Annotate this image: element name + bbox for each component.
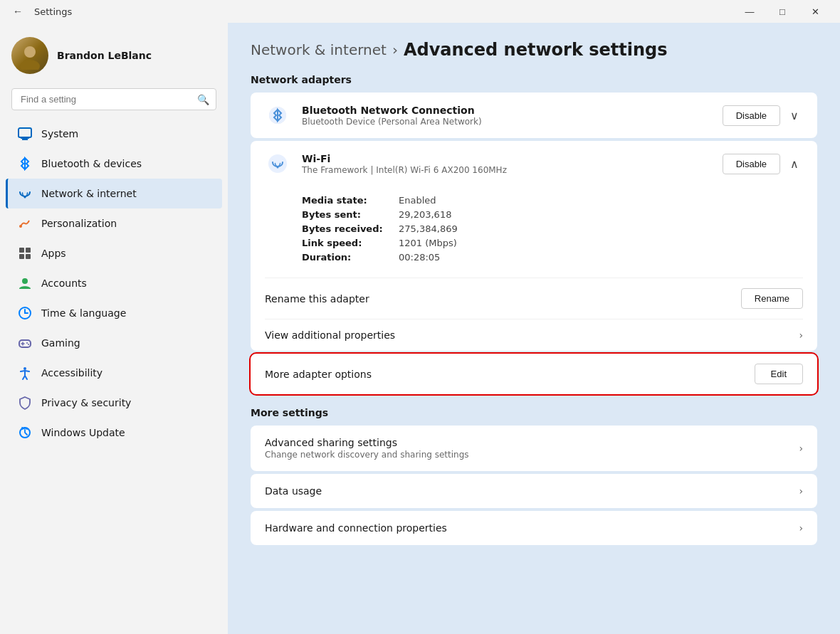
search-icon: 🔍 <box>197 94 209 105</box>
svg-rect-10 <box>19 254 24 259</box>
avatar <box>11 37 48 74</box>
svg-point-15 <box>26 342 28 344</box>
sidebar-item-label-time: Time & language <box>41 307 126 319</box>
back-button[interactable]: ← <box>9 4 27 19</box>
wifi-adapter-name: Wi-Fi <box>302 153 711 164</box>
sidebar-item-label-update: Windows Update <box>41 427 125 438</box>
advanced-sharing-desc: Change network discovery and sharing set… <box>265 450 799 460</box>
sidebar-item-accessibility[interactable]: Accessibility <box>6 358 222 388</box>
media-state-row: Media state: Enabled <box>302 195 803 206</box>
wifi-adapter-row: Wi-Fi The Framework | Intel(R) Wi-Fi 6 A… <box>251 141 817 186</box>
maximize-button[interactable]: □ <box>766 0 799 23</box>
sidebar-item-gaming[interactable]: Gaming <box>6 328 222 358</box>
wifi-adapter-info: Wi-Fi The Framework | Intel(R) Wi-Fi 6 A… <box>302 153 711 175</box>
duration-row: Duration: 00:28:05 <box>302 252 803 263</box>
hardware-connection-title: Hardware and connection properties <box>265 522 799 534</box>
time-icon <box>17 305 33 321</box>
bluetooth-adapter-icon <box>265 102 290 128</box>
sidebar-item-network[interactable]: Network & internet <box>6 179 222 208</box>
data-usage-row[interactable]: Data usage › <box>251 474 817 508</box>
bluetooth-adapter-card: Bluetooth Network Connection Bluetooth D… <box>251 93 817 138</box>
bluetooth-disable-button[interactable]: Disable <box>723 105 780 126</box>
sidebar-item-bluetooth[interactable]: Bluetooth & devices <box>6 149 222 179</box>
svg-point-21 <box>268 154 287 173</box>
bytes-received-label: Bytes received: <box>302 223 387 234</box>
sidebar: Brandon LeBlanc 🔍 System Bluetooth & dev… <box>0 23 228 634</box>
advanced-sharing-row[interactable]: Advanced sharing settings Change network… <box>251 426 817 471</box>
wifi-disable-button[interactable]: Disable <box>723 154 780 174</box>
update-icon <box>17 425 33 440</box>
sidebar-item-privacy[interactable]: Privacy & security <box>6 388 222 418</box>
svg-point-6 <box>24 196 26 199</box>
window-controls: — □ ✕ <box>733 0 831 23</box>
link-speed-value: 1201 (Mbps) <box>399 238 457 248</box>
sidebar-item-label-apps: Apps <box>41 248 66 259</box>
svg-rect-5 <box>21 137 29 139</box>
bluetooth-adapter-info: Bluetooth Network Connection Bluetooth D… <box>302 105 711 127</box>
data-usage-chevron: › <box>799 485 803 497</box>
duration-value: 00:28:05 <box>399 252 440 263</box>
page-header: Network & internet › Advanced network se… <box>228 23 840 71</box>
edit-button[interactable]: Edit <box>755 364 803 384</box>
wifi-details: Media state: Enabled Bytes sent: 29,203,… <box>251 186 817 278</box>
media-state-value: Enabled <box>399 195 436 206</box>
view-props-chevron: › <box>799 329 803 341</box>
duration-label: Duration: <box>302 252 387 263</box>
bluetooth-icon <box>17 156 33 171</box>
close-button[interactable]: ✕ <box>799 0 831 23</box>
view-props-label: View additional properties <box>265 329 799 341</box>
svg-point-22 <box>277 167 279 169</box>
wifi-adapter-desc: The Framework | Intel(R) Wi-Fi 6 AX200 1… <box>302 165 711 175</box>
bluetooth-adapter-desc: Bluetooth Device (Personal Area Network) <box>302 117 711 127</box>
rename-row: Rename this adapter Rename <box>251 278 817 319</box>
link-speed-label: Link speed: <box>302 238 387 248</box>
bluetooth-adapter-actions: Disable ∨ <box>723 105 803 126</box>
user-profile: Brandon LeBlanc <box>0 23 228 85</box>
data-usage-info: Data usage <box>265 485 799 497</box>
advanced-sharing-title: Advanced sharing settings <box>265 437 799 448</box>
media-state-label: Media state: <box>302 195 387 206</box>
username: Brandon LeBlanc <box>57 50 152 61</box>
gaming-icon <box>17 335 33 351</box>
bytes-sent-value: 29,203,618 <box>399 209 451 220</box>
search-input[interactable] <box>11 88 216 110</box>
network-adapters-title: Network adapters <box>251 74 817 85</box>
svg-point-0 <box>24 46 36 58</box>
apps-icon <box>17 245 33 261</box>
bluetooth-adapter-name: Bluetooth Network Connection <box>302 105 711 116</box>
minimize-button[interactable]: — <box>733 0 766 23</box>
sidebar-item-accounts[interactable]: Accounts <box>6 268 222 298</box>
bytes-received-row: Bytes received: 275,384,869 <box>302 223 803 234</box>
content-area: Network adapters Bluetooth Network Conne… <box>228 71 840 634</box>
system-icon <box>17 126 33 142</box>
bytes-sent-row: Bytes sent: 29,203,618 <box>302 209 803 220</box>
bluetooth-expand-button[interactable]: ∨ <box>786 106 803 125</box>
more-adapter-label: More adapter options <box>265 369 755 380</box>
sidebar-item-label-privacy: Privacy & security <box>41 397 131 408</box>
sidebar-item-label-system: System <box>41 128 78 139</box>
sidebar-item-apps[interactable]: Apps <box>6 238 222 268</box>
sidebar-item-personalization[interactable]: Personalization <box>6 208 222 238</box>
svg-rect-3 <box>19 128 31 137</box>
advanced-sharing-chevron: › <box>799 443 803 454</box>
sidebar-item-label-bluetooth: Bluetooth & devices <box>41 158 142 169</box>
hardware-connection-row[interactable]: Hardware and connection properties › <box>251 511 817 545</box>
breadcrumb-current: Advanced network settings <box>404 40 668 60</box>
hardware-connection-info: Hardware and connection properties <box>265 522 799 534</box>
svg-rect-8 <box>19 248 24 253</box>
svg-point-16 <box>28 344 29 345</box>
sidebar-item-time[interactable]: Time & language <box>6 298 222 328</box>
more-adapter-row: More adapter options Edit <box>251 354 817 394</box>
sidebar-item-system[interactable]: System <box>6 119 222 149</box>
sidebar-item-label-gaming: Gaming <box>41 337 80 349</box>
advanced-sharing-info: Advanced sharing settings Change network… <box>265 437 799 460</box>
wifi-adapter-card: Wi-Fi The Framework | Intel(R) Wi-Fi 6 A… <box>251 141 817 351</box>
bluetooth-adapter-row: Bluetooth Network Connection Bluetooth D… <box>251 93 817 138</box>
svg-point-12 <box>22 278 28 284</box>
wifi-adapter-actions: Disable ∧ <box>723 154 803 174</box>
more-adapter-section: More adapter options Edit <box>251 354 817 394</box>
sidebar-item-update[interactable]: Windows Update <box>6 418 222 448</box>
view-props-row[interactable]: View additional properties › <box>251 319 817 351</box>
wifi-expand-button[interactable]: ∧ <box>786 154 803 174</box>
rename-button[interactable]: Rename <box>741 288 803 309</box>
